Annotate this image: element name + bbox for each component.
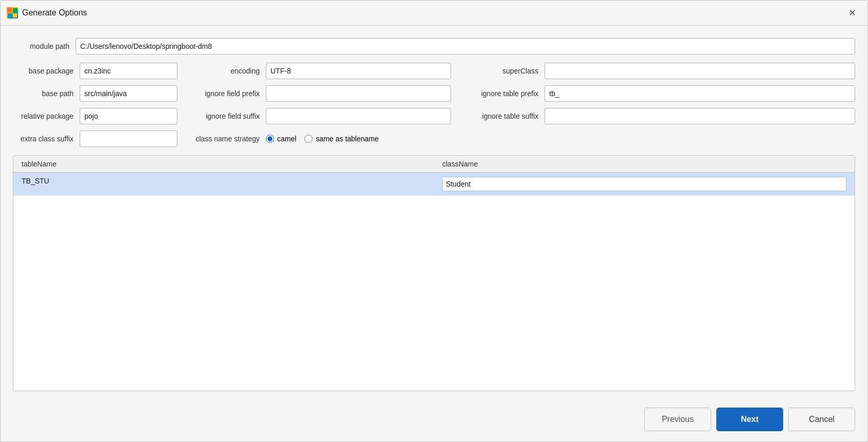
camel-label: camel [277,135,296,143]
ignore-table-prefix-input[interactable] [545,85,855,102]
ignore-field-prefix-label: ignore field prefix [194,89,266,98]
fields-grid: base package encoding superClass base pa… [13,63,855,147]
relative-package-label: relative package [13,112,80,120]
content-area: module path base package encoding superC… [1,26,867,399]
module-path-input[interactable] [76,38,855,54]
svg-rect-3 [13,13,17,17]
table-name-column-header: tableName [13,160,434,168]
encoding-label: encoding [194,67,266,75]
next-button[interactable]: Next [716,408,783,431]
camel-radio-option[interactable]: camel [266,135,296,143]
ignore-table-suffix-input-wrapper [545,108,855,124]
ignore-table-prefix-label: ignore table prefix [467,89,545,98]
same-as-tablename-radio[interactable] [304,135,313,143]
table-name-cell: TB_STU [13,173,434,195]
class-name-strategy-label: class name strategy [194,135,266,143]
svg-rect-1 [13,8,17,12]
ignore-field-suffix-input[interactable] [266,108,451,124]
title-bar: Generate Options ✕ [1,1,867,26]
class-name-cell[interactable] [434,173,855,195]
super-class-label: superClass [467,67,545,75]
dialog: Generate Options ✕ module path base pack… [0,0,868,442]
row-base-path: base path ignore field prefix ignore tab… [13,85,855,102]
super-class-input[interactable] [545,63,855,79]
same-as-tablename-radio-option[interactable]: same as tablename [304,135,378,143]
base-path-input-wrapper [80,85,177,102]
row-class-name-strategy: extra class suffix class name strategy c… [13,131,855,147]
class-name-strategy-group: camel same as tablename [266,135,379,143]
extra-class-suffix-input[interactable] [80,131,177,147]
class-name-column-header: className [434,160,855,168]
table-row[interactable]: TB_STU [13,173,855,196]
row-relative-package: relative package ignore field suffix ign… [13,108,855,124]
close-button[interactable]: ✕ [845,6,859,20]
title-bar-left: Generate Options [7,7,87,19]
svg-rect-0 [8,8,12,12]
base-path-label: base path [13,89,80,98]
dialog-title: Generate Options [22,8,87,17]
ignore-field-prefix-input[interactable] [266,85,451,102]
table-header: tableName className [13,156,855,173]
row-base-package: base package encoding superClass [13,63,855,79]
ignore-field-suffix-label: ignore field suffix [194,112,266,120]
base-package-input-wrapper [80,63,177,79]
module-path-row: module path [13,38,855,54]
base-package-label: base package [13,67,80,75]
encoding-input-wrapper [266,63,451,79]
same-as-tablename-label: same as tablename [316,135,378,143]
camel-radio[interactable] [266,135,274,143]
relative-package-input[interactable] [80,108,177,124]
footer: Previous Next Cancel [1,399,867,441]
ignore-table-suffix-label: ignore table suffix [467,112,545,120]
cancel-button[interactable]: Cancel [788,408,855,431]
extra-class-suffix-input-wrapper [80,131,177,147]
relative-package-input-wrapper [80,108,177,124]
class-name-input[interactable] [442,177,846,191]
base-package-input[interactable] [80,63,177,79]
app-icon [7,7,18,19]
svg-rect-2 [8,13,12,17]
table-container: tableName className TB_STU [13,155,855,391]
ignore-table-suffix-input[interactable] [545,108,855,124]
encoding-input[interactable] [266,63,451,79]
base-path-input[interactable] [80,85,177,102]
super-class-input-wrapper [545,63,855,79]
module-path-label: module path [13,42,69,50]
previous-button[interactable]: Previous [644,408,711,431]
ignore-table-prefix-input-wrapper [545,85,855,102]
extra-class-suffix-label: extra class suffix [13,135,80,143]
ignore-field-prefix-input-wrapper [266,85,451,102]
ignore-field-suffix-input-wrapper [266,108,451,124]
